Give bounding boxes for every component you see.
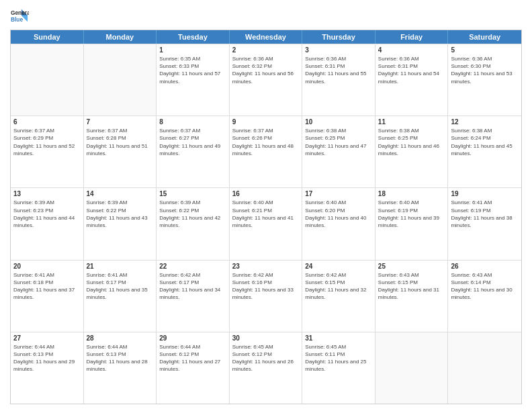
day-number: 12	[451, 118, 519, 126]
day-info: Sunrise: 6:37 AMSunset: 6:27 PMDaylight:…	[159, 127, 226, 157]
day-number: 2	[232, 46, 300, 54]
day-info: Sunrise: 6:40 AMSunset: 6:21 PMDaylight:…	[232, 199, 300, 229]
day-info: Sunrise: 6:44 AMSunset: 6:13 PMDaylight:…	[13, 343, 81, 373]
day-cell-10: 10Sunrise: 6:38 AMSunset: 6:25 PMDayligh…	[302, 116, 375, 187]
day-number: 10	[305, 118, 372, 126]
day-info: Sunrise: 6:42 AMSunset: 6:17 PMDaylight:…	[159, 271, 226, 302]
day-info: Sunrise: 6:41 AMSunset: 6:18 PMDaylight:…	[13, 271, 81, 302]
day-number: 9	[232, 118, 300, 126]
day-number: 28	[87, 334, 154, 342]
day-number: 13	[13, 190, 81, 197]
day-number: 15	[159, 190, 226, 197]
week-row-1: 1Sunrise: 6:35 AMSunset: 6:33 PMDaylight…	[11, 44, 521, 116]
day-cell-24: 24Sunrise: 6:42 AMSunset: 6:15 PMDayligh…	[302, 261, 375, 332]
header: General Blue	[10, 7, 522, 26]
logo: General Blue	[10, 7, 29, 26]
day-cell-26: 26Sunrise: 6:43 AMSunset: 6:14 PMDayligh…	[448, 261, 521, 332]
empty-cell	[11, 44, 84, 116]
day-cell-13: 13Sunrise: 6:39 AMSunset: 6:23 PMDayligh…	[11, 188, 84, 259]
day-number: 29	[159, 334, 226, 342]
day-info: Sunrise: 6:44 AMSunset: 6:12 PMDaylight:…	[159, 343, 226, 373]
day-info: Sunrise: 6:37 AMSunset: 6:26 PMDaylight:…	[232, 127, 300, 157]
day-info: Sunrise: 6:39 AMSunset: 6:22 PMDaylight:…	[159, 199, 226, 229]
day-number: 18	[378, 190, 445, 197]
day-cell-2: 2Sunrise: 6:36 AMSunset: 6:32 PMDaylight…	[230, 44, 303, 116]
day-number: 5	[451, 46, 519, 54]
day-info: Sunrise: 6:43 AMSunset: 6:15 PMDaylight:…	[378, 271, 445, 302]
day-info: Sunrise: 6:43 AMSunset: 6:14 PMDaylight:…	[451, 271, 519, 302]
week-row-5: 27Sunrise: 6:44 AMSunset: 6:13 PMDayligh…	[11, 332, 521, 404]
weekday-header-saturday: Saturday	[448, 30, 521, 44]
day-cell-29: 29Sunrise: 6:44 AMSunset: 6:12 PMDayligh…	[157, 332, 230, 404]
day-number: 22	[159, 263, 226, 270]
day-number: 14	[87, 190, 154, 197]
calendar-header: SundayMondayTuesdayWednesdayThursdayFrid…	[11, 30, 521, 44]
day-cell-7: 7Sunrise: 6:37 AMSunset: 6:28 PMDaylight…	[84, 116, 157, 187]
weekday-header-friday: Friday	[375, 30, 449, 44]
day-info: Sunrise: 6:42 AMSunset: 6:16 PMDaylight:…	[232, 271, 300, 302]
day-number: 24	[305, 263, 372, 270]
day-cell-3: 3Sunrise: 6:36 AMSunset: 6:31 PMDaylight…	[302, 44, 375, 116]
day-cell-31: 31Sunrise: 6:45 AMSunset: 6:11 PMDayligh…	[302, 332, 375, 404]
week-row-3: 13Sunrise: 6:39 AMSunset: 6:23 PMDayligh…	[11, 187, 521, 259]
day-cell-15: 15Sunrise: 6:39 AMSunset: 6:22 PMDayligh…	[157, 188, 230, 259]
calendar: SundayMondayTuesdayWednesdayThursdayFrid…	[10, 30, 522, 404]
week-row-4: 20Sunrise: 6:41 AMSunset: 6:18 PMDayligh…	[11, 260, 521, 332]
day-number: 11	[378, 118, 445, 126]
day-cell-30: 30Sunrise: 6:45 AMSunset: 6:12 PMDayligh…	[230, 332, 303, 404]
day-cell-16: 16Sunrise: 6:40 AMSunset: 6:21 PMDayligh…	[230, 188, 303, 259]
day-info: Sunrise: 6:36 AMSunset: 6:32 PMDaylight:…	[232, 55, 300, 85]
day-info: Sunrise: 6:45 AMSunset: 6:11 PMDaylight:…	[305, 343, 372, 373]
weekday-header-sunday: Sunday	[11, 30, 84, 44]
day-cell-18: 18Sunrise: 6:40 AMSunset: 6:19 PMDayligh…	[375, 188, 449, 259]
day-number: 30	[232, 334, 300, 342]
day-number: 1	[159, 46, 226, 54]
day-cell-23: 23Sunrise: 6:42 AMSunset: 6:16 PMDayligh…	[230, 261, 303, 332]
day-cell-6: 6Sunrise: 6:37 AMSunset: 6:29 PMDaylight…	[11, 116, 84, 187]
day-number: 7	[87, 118, 154, 126]
day-info: Sunrise: 6:36 AMSunset: 6:31 PMDaylight:…	[305, 55, 372, 85]
day-info: Sunrise: 6:41 AMSunset: 6:17 PMDaylight:…	[87, 271, 154, 302]
day-info: Sunrise: 6:42 AMSunset: 6:15 PMDaylight:…	[305, 271, 372, 302]
day-cell-21: 21Sunrise: 6:41 AMSunset: 6:17 PMDayligh…	[84, 261, 157, 332]
svg-text:General: General	[11, 9, 29, 16]
day-cell-9: 9Sunrise: 6:37 AMSunset: 6:26 PMDaylight…	[230, 116, 303, 187]
day-info: Sunrise: 6:39 AMSunset: 6:23 PMDaylight:…	[13, 199, 81, 229]
day-info: Sunrise: 6:40 AMSunset: 6:20 PMDaylight:…	[305, 199, 372, 229]
day-info: Sunrise: 6:38 AMSunset: 6:24 PMDaylight:…	[451, 127, 519, 157]
day-cell-5: 5Sunrise: 6:36 AMSunset: 6:30 PMDaylight…	[448, 44, 521, 116]
day-info: Sunrise: 6:45 AMSunset: 6:12 PMDaylight:…	[232, 343, 300, 373]
day-number: 19	[451, 190, 519, 197]
day-number: 20	[13, 263, 81, 270]
day-cell-20: 20Sunrise: 6:41 AMSunset: 6:18 PMDayligh…	[11, 261, 84, 332]
day-cell-28: 28Sunrise: 6:44 AMSunset: 6:13 PMDayligh…	[84, 332, 157, 404]
day-number: 6	[13, 118, 81, 126]
day-cell-8: 8Sunrise: 6:37 AMSunset: 6:27 PMDaylight…	[157, 116, 230, 187]
day-info: Sunrise: 6:38 AMSunset: 6:25 PMDaylight:…	[305, 127, 372, 157]
day-number: 3	[305, 46, 372, 54]
weekday-header-monday: Monday	[84, 30, 157, 44]
day-cell-19: 19Sunrise: 6:41 AMSunset: 6:19 PMDayligh…	[448, 188, 521, 259]
day-info: Sunrise: 6:37 AMSunset: 6:29 PMDaylight:…	[13, 127, 81, 157]
weekday-header-thursday: Thursday	[302, 30, 375, 44]
day-cell-14: 14Sunrise: 6:39 AMSunset: 6:22 PMDayligh…	[84, 188, 157, 259]
day-number: 23	[232, 263, 300, 270]
day-number: 16	[232, 190, 300, 197]
day-cell-25: 25Sunrise: 6:43 AMSunset: 6:15 PMDayligh…	[375, 261, 449, 332]
day-info: Sunrise: 6:35 AMSunset: 6:33 PMDaylight:…	[159, 55, 226, 85]
day-cell-12: 12Sunrise: 6:38 AMSunset: 6:24 PMDayligh…	[448, 116, 521, 187]
day-number: 4	[378, 46, 445, 54]
svg-text:Blue: Blue	[11, 16, 23, 23]
day-info: Sunrise: 6:37 AMSunset: 6:28 PMDaylight:…	[87, 127, 154, 157]
empty-cell	[84, 44, 157, 116]
day-info: Sunrise: 6:36 AMSunset: 6:31 PMDaylight:…	[378, 55, 445, 85]
day-info: Sunrise: 6:39 AMSunset: 6:22 PMDaylight:…	[87, 199, 154, 229]
day-cell-4: 4Sunrise: 6:36 AMSunset: 6:31 PMDaylight…	[375, 44, 449, 116]
day-number: 26	[451, 263, 519, 270]
weekday-header-tuesday: Tuesday	[157, 30, 230, 44]
day-number: 27	[13, 334, 81, 342]
calendar-body: 1Sunrise: 6:35 AMSunset: 6:33 PMDaylight…	[11, 44, 521, 404]
empty-cell	[448, 332, 521, 404]
day-cell-27: 27Sunrise: 6:44 AMSunset: 6:13 PMDayligh…	[11, 332, 84, 404]
empty-cell	[375, 332, 449, 404]
